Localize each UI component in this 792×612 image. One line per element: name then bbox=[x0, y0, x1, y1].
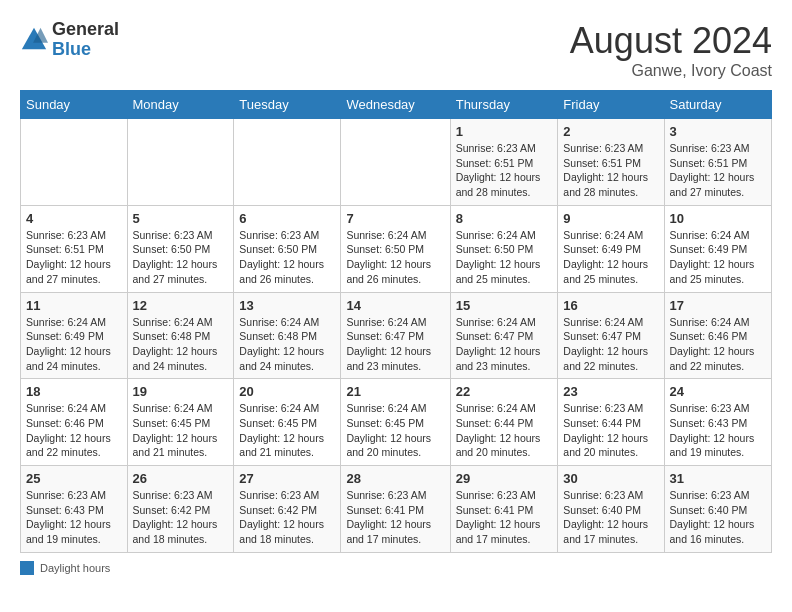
day-number: 6 bbox=[239, 211, 335, 226]
day-info: Sunrise: 6:24 AM Sunset: 6:45 PM Dayligh… bbox=[239, 401, 335, 460]
calendar-cell: 15Sunrise: 6:24 AM Sunset: 6:47 PM Dayli… bbox=[450, 292, 558, 379]
day-info: Sunrise: 6:24 AM Sunset: 6:46 PM Dayligh… bbox=[26, 401, 122, 460]
day-number: 19 bbox=[133, 384, 229, 399]
calendar-cell: 17Sunrise: 6:24 AM Sunset: 6:46 PM Dayli… bbox=[664, 292, 771, 379]
day-number: 29 bbox=[456, 471, 553, 486]
calendar-week-3: 11Sunrise: 6:24 AM Sunset: 6:49 PM Dayli… bbox=[21, 292, 772, 379]
column-header-thursday: Thursday bbox=[450, 91, 558, 119]
calendar-week-1: 1Sunrise: 6:23 AM Sunset: 6:51 PM Daylig… bbox=[21, 119, 772, 206]
day-info: Sunrise: 6:24 AM Sunset: 6:45 PM Dayligh… bbox=[346, 401, 444, 460]
day-number: 3 bbox=[670, 124, 766, 139]
calendar-cell bbox=[21, 119, 128, 206]
calendar-cell: 23Sunrise: 6:23 AM Sunset: 6:44 PM Dayli… bbox=[558, 379, 664, 466]
column-header-saturday: Saturday bbox=[664, 91, 771, 119]
day-info: Sunrise: 6:23 AM Sunset: 6:40 PM Dayligh… bbox=[670, 488, 766, 547]
calendar-cell bbox=[127, 119, 234, 206]
calendar-cell: 5Sunrise: 6:23 AM Sunset: 6:50 PM Daylig… bbox=[127, 205, 234, 292]
day-info: Sunrise: 6:24 AM Sunset: 6:48 PM Dayligh… bbox=[239, 315, 335, 374]
calendar-cell: 26Sunrise: 6:23 AM Sunset: 6:42 PM Dayli… bbox=[127, 466, 234, 553]
title-block: August 2024 Ganwe, Ivory Coast bbox=[570, 20, 772, 80]
day-info: Sunrise: 6:23 AM Sunset: 6:43 PM Dayligh… bbox=[670, 401, 766, 460]
day-number: 27 bbox=[239, 471, 335, 486]
page-subtitle: Ganwe, Ivory Coast bbox=[570, 62, 772, 80]
logo: General Blue bbox=[20, 20, 119, 60]
day-info: Sunrise: 6:24 AM Sunset: 6:50 PM Dayligh… bbox=[346, 228, 444, 287]
logo-general-text: General bbox=[52, 19, 119, 39]
day-info: Sunrise: 6:24 AM Sunset: 6:47 PM Dayligh… bbox=[563, 315, 658, 374]
calendar-cell: 11Sunrise: 6:24 AM Sunset: 6:49 PM Dayli… bbox=[21, 292, 128, 379]
day-info: Sunrise: 6:24 AM Sunset: 6:46 PM Dayligh… bbox=[670, 315, 766, 374]
calendar-cell: 8Sunrise: 6:24 AM Sunset: 6:50 PM Daylig… bbox=[450, 205, 558, 292]
day-info: Sunrise: 6:24 AM Sunset: 6:48 PM Dayligh… bbox=[133, 315, 229, 374]
day-number: 4 bbox=[26, 211, 122, 226]
day-info: Sunrise: 6:23 AM Sunset: 6:44 PM Dayligh… bbox=[563, 401, 658, 460]
day-number: 1 bbox=[456, 124, 553, 139]
legend: Daylight hours bbox=[20, 561, 772, 575]
calendar-cell: 18Sunrise: 6:24 AM Sunset: 6:46 PM Dayli… bbox=[21, 379, 128, 466]
column-header-monday: Monday bbox=[127, 91, 234, 119]
day-number: 5 bbox=[133, 211, 229, 226]
legend-box bbox=[20, 561, 34, 575]
day-number: 8 bbox=[456, 211, 553, 226]
column-header-tuesday: Tuesday bbox=[234, 91, 341, 119]
calendar-cell: 29Sunrise: 6:23 AM Sunset: 6:41 PM Dayli… bbox=[450, 466, 558, 553]
calendar-cell bbox=[234, 119, 341, 206]
calendar-cell: 16Sunrise: 6:24 AM Sunset: 6:47 PM Dayli… bbox=[558, 292, 664, 379]
day-info: Sunrise: 6:24 AM Sunset: 6:50 PM Dayligh… bbox=[456, 228, 553, 287]
day-number: 18 bbox=[26, 384, 122, 399]
logo-blue-text: Blue bbox=[52, 39, 91, 59]
day-number: 25 bbox=[26, 471, 122, 486]
calendar-cell: 22Sunrise: 6:24 AM Sunset: 6:44 PM Dayli… bbox=[450, 379, 558, 466]
day-number: 23 bbox=[563, 384, 658, 399]
calendar-cell: 21Sunrise: 6:24 AM Sunset: 6:45 PM Dayli… bbox=[341, 379, 450, 466]
day-number: 26 bbox=[133, 471, 229, 486]
day-number: 20 bbox=[239, 384, 335, 399]
day-info: Sunrise: 6:23 AM Sunset: 6:51 PM Dayligh… bbox=[456, 141, 553, 200]
day-number: 14 bbox=[346, 298, 444, 313]
column-header-sunday: Sunday bbox=[21, 91, 128, 119]
day-number: 31 bbox=[670, 471, 766, 486]
calendar-week-5: 25Sunrise: 6:23 AM Sunset: 6:43 PM Dayli… bbox=[21, 466, 772, 553]
day-info: Sunrise: 6:23 AM Sunset: 6:51 PM Dayligh… bbox=[670, 141, 766, 200]
calendar-cell: 12Sunrise: 6:24 AM Sunset: 6:48 PM Dayli… bbox=[127, 292, 234, 379]
calendar-cell: 25Sunrise: 6:23 AM Sunset: 6:43 PM Dayli… bbox=[21, 466, 128, 553]
calendar-cell: 20Sunrise: 6:24 AM Sunset: 6:45 PM Dayli… bbox=[234, 379, 341, 466]
day-number: 9 bbox=[563, 211, 658, 226]
calendar-cell: 7Sunrise: 6:24 AM Sunset: 6:50 PM Daylig… bbox=[341, 205, 450, 292]
day-number: 13 bbox=[239, 298, 335, 313]
page-header: General Blue August 2024 Ganwe, Ivory Co… bbox=[20, 20, 772, 80]
day-info: Sunrise: 6:24 AM Sunset: 6:44 PM Dayligh… bbox=[456, 401, 553, 460]
day-info: Sunrise: 6:23 AM Sunset: 6:41 PM Dayligh… bbox=[346, 488, 444, 547]
calendar-cell: 3Sunrise: 6:23 AM Sunset: 6:51 PM Daylig… bbox=[664, 119, 771, 206]
column-headers: SundayMondayTuesdayWednesdayThursdayFrid… bbox=[21, 91, 772, 119]
calendar-cell: 24Sunrise: 6:23 AM Sunset: 6:43 PM Dayli… bbox=[664, 379, 771, 466]
day-number: 15 bbox=[456, 298, 553, 313]
day-info: Sunrise: 6:23 AM Sunset: 6:50 PM Dayligh… bbox=[133, 228, 229, 287]
day-info: Sunrise: 6:24 AM Sunset: 6:47 PM Dayligh… bbox=[346, 315, 444, 374]
day-info: Sunrise: 6:23 AM Sunset: 6:43 PM Dayligh… bbox=[26, 488, 122, 547]
calendar-cell: 28Sunrise: 6:23 AM Sunset: 6:41 PM Dayli… bbox=[341, 466, 450, 553]
calendar-cell: 19Sunrise: 6:24 AM Sunset: 6:45 PM Dayli… bbox=[127, 379, 234, 466]
day-info: Sunrise: 6:23 AM Sunset: 6:50 PM Dayligh… bbox=[239, 228, 335, 287]
calendar-cell: 1Sunrise: 6:23 AM Sunset: 6:51 PM Daylig… bbox=[450, 119, 558, 206]
day-info: Sunrise: 6:23 AM Sunset: 6:41 PM Dayligh… bbox=[456, 488, 553, 547]
day-number: 24 bbox=[670, 384, 766, 399]
calendar-cell: 31Sunrise: 6:23 AM Sunset: 6:40 PM Dayli… bbox=[664, 466, 771, 553]
calendar-cell bbox=[341, 119, 450, 206]
calendar-cell: 14Sunrise: 6:24 AM Sunset: 6:47 PM Dayli… bbox=[341, 292, 450, 379]
calendar-cell: 4Sunrise: 6:23 AM Sunset: 6:51 PM Daylig… bbox=[21, 205, 128, 292]
calendar-cell: 27Sunrise: 6:23 AM Sunset: 6:42 PM Dayli… bbox=[234, 466, 341, 553]
day-number: 28 bbox=[346, 471, 444, 486]
day-info: Sunrise: 6:23 AM Sunset: 6:51 PM Dayligh… bbox=[26, 228, 122, 287]
day-info: Sunrise: 6:23 AM Sunset: 6:40 PM Dayligh… bbox=[563, 488, 658, 547]
calendar-cell: 2Sunrise: 6:23 AM Sunset: 6:51 PM Daylig… bbox=[558, 119, 664, 206]
day-info: Sunrise: 6:24 AM Sunset: 6:49 PM Dayligh… bbox=[563, 228, 658, 287]
day-number: 11 bbox=[26, 298, 122, 313]
day-number: 12 bbox=[133, 298, 229, 313]
calendar-cell: 10Sunrise: 6:24 AM Sunset: 6:49 PM Dayli… bbox=[664, 205, 771, 292]
day-info: Sunrise: 6:24 AM Sunset: 6:47 PM Dayligh… bbox=[456, 315, 553, 374]
day-number: 22 bbox=[456, 384, 553, 399]
day-number: 17 bbox=[670, 298, 766, 313]
calendar-cell: 30Sunrise: 6:23 AM Sunset: 6:40 PM Dayli… bbox=[558, 466, 664, 553]
calendar-week-2: 4Sunrise: 6:23 AM Sunset: 6:51 PM Daylig… bbox=[21, 205, 772, 292]
